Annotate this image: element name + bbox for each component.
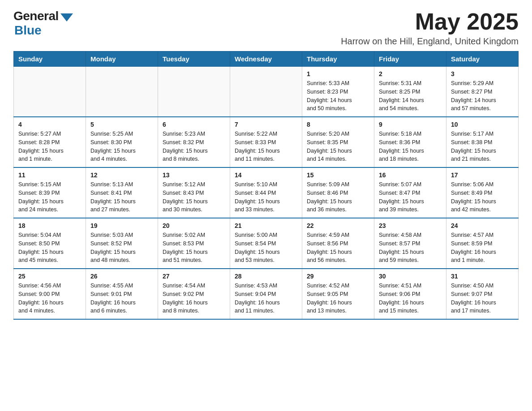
calendar-cell: 16Sunrise: 5:07 AMSunset: 8:47 PMDayligh… — [374, 167, 446, 218]
day-info: Sunrise: 5:25 AMSunset: 8:30 PMDaylight:… — [90, 130, 153, 163]
day-info: Sunrise: 5:31 AMSunset: 8:25 PMDaylight:… — [379, 79, 442, 113]
day-number: 31 — [451, 273, 514, 280]
calendar-cell: 12Sunrise: 5:13 AMSunset: 8:41 PMDayligh… — [86, 167, 158, 218]
calendar-cell: 21Sunrise: 5:00 AMSunset: 8:54 PMDayligh… — [230, 218, 302, 269]
calendar-cell — [86, 67, 158, 117]
day-number: 5 — [90, 121, 153, 128]
day-of-week-header: Friday — [374, 51, 446, 67]
day-number: 27 — [163, 273, 225, 280]
calendar-cell: 22Sunrise: 4:59 AMSunset: 8:56 PMDayligh… — [302, 218, 374, 269]
day-number: 12 — [90, 171, 153, 179]
day-info: Sunrise: 5:23 AMSunset: 8:32 PMDaylight:… — [163, 130, 225, 163]
day-number: 13 — [163, 171, 225, 179]
calendar-cell: 29Sunrise: 4:52 AMSunset: 9:05 PMDayligh… — [302, 269, 374, 319]
day-number: 25 — [18, 273, 81, 280]
calendar-week-row: 1Sunrise: 5:33 AMSunset: 8:23 PMDaylight… — [14, 67, 519, 117]
day-number: 22 — [307, 222, 369, 229]
day-info: Sunrise: 5:00 AMSunset: 8:54 PMDaylight:… — [235, 231, 297, 265]
day-number: 21 — [235, 222, 297, 229]
day-number: 26 — [90, 273, 153, 280]
logo: General Blue — [13, 9, 73, 38]
day-info: Sunrise: 4:52 AMSunset: 9:05 PMDaylight:… — [307, 282, 369, 315]
day-info: Sunrise: 5:17 AMSunset: 8:38 PMDaylight:… — [451, 130, 514, 163]
day-info: Sunrise: 4:56 AMSunset: 9:00 PMDaylight:… — [18, 282, 81, 315]
day-number: 9 — [379, 121, 442, 128]
calendar-week-row: 18Sunrise: 5:04 AMSunset: 8:50 PMDayligh… — [14, 218, 519, 269]
calendar-cell: 2Sunrise: 5:31 AMSunset: 8:25 PMDaylight… — [374, 67, 446, 117]
calendar-cell: 6Sunrise: 5:23 AMSunset: 8:32 PMDaylight… — [158, 117, 230, 167]
location-subtitle: Harrow on the Hill, England, United King… — [341, 36, 519, 47]
day-number: 17 — [451, 171, 514, 179]
day-number: 14 — [235, 171, 297, 179]
day-number: 28 — [235, 273, 297, 280]
calendar-week-row: 4Sunrise: 5:27 AMSunset: 8:28 PMDaylight… — [14, 117, 519, 167]
day-info: Sunrise: 5:20 AMSunset: 8:35 PMDaylight:… — [307, 130, 369, 163]
day-info: Sunrise: 5:29 AMSunset: 8:27 PMDaylight:… — [451, 79, 514, 113]
days-of-week-row: SundayMondayTuesdayWednesdayThursdayFrid… — [14, 51, 519, 67]
day-info: Sunrise: 5:15 AMSunset: 8:39 PMDaylight:… — [18, 180, 81, 214]
day-number: 11 — [18, 171, 81, 179]
day-number: 10 — [451, 121, 514, 128]
calendar-cell — [14, 67, 86, 117]
day-number: 7 — [235, 121, 297, 128]
day-of-week-header: Monday — [86, 51, 158, 67]
day-info: Sunrise: 5:06 AMSunset: 8:49 PMDaylight:… — [451, 180, 514, 214]
calendar-cell: 28Sunrise: 4:53 AMSunset: 9:04 PMDayligh… — [230, 269, 302, 319]
day-info: Sunrise: 4:55 AMSunset: 9:01 PMDaylight:… — [90, 282, 153, 315]
day-of-week-header: Tuesday — [158, 51, 230, 67]
day-number: 6 — [163, 121, 225, 128]
day-number: 29 — [307, 273, 369, 280]
day-info: Sunrise: 4:54 AMSunset: 9:02 PMDaylight:… — [163, 282, 225, 315]
day-info: Sunrise: 4:50 AMSunset: 9:07 PMDaylight:… — [451, 282, 514, 315]
calendar-cell: 4Sunrise: 5:27 AMSunset: 8:28 PMDaylight… — [14, 117, 86, 167]
calendar-cell: 8Sunrise: 5:20 AMSunset: 8:35 PMDaylight… — [302, 117, 374, 167]
calendar-cell — [230, 67, 302, 117]
day-info: Sunrise: 4:58 AMSunset: 8:57 PMDaylight:… — [379, 231, 442, 265]
day-number: 1 — [307, 70, 369, 77]
day-info: Sunrise: 5:22 AMSunset: 8:33 PMDaylight:… — [235, 130, 297, 163]
calendar-cell: 26Sunrise: 4:55 AMSunset: 9:01 PMDayligh… — [86, 269, 158, 319]
day-info: Sunrise: 4:51 AMSunset: 9:06 PMDaylight:… — [379, 282, 442, 315]
day-info: Sunrise: 4:57 AMSunset: 8:59 PMDaylight:… — [451, 231, 514, 265]
day-of-week-header: Sunday — [14, 51, 86, 67]
day-number: 8 — [307, 121, 369, 128]
calendar-cell: 23Sunrise: 4:58 AMSunset: 8:57 PMDayligh… — [374, 218, 446, 269]
calendar-body: 1Sunrise: 5:33 AMSunset: 8:23 PMDaylight… — [14, 67, 519, 320]
day-number: 30 — [379, 273, 442, 280]
day-info: Sunrise: 4:53 AMSunset: 9:04 PMDaylight:… — [235, 282, 297, 315]
calendar-cell: 10Sunrise: 5:17 AMSunset: 8:38 PMDayligh… — [446, 117, 519, 167]
day-number: 24 — [451, 222, 514, 229]
calendar-cell: 13Sunrise: 5:12 AMSunset: 8:43 PMDayligh… — [158, 167, 230, 218]
day-number: 4 — [18, 121, 81, 128]
calendar-table: SundayMondayTuesdayWednesdayThursdayFrid… — [13, 51, 519, 320]
month-title: May 2025 — [341, 9, 519, 34]
day-number: 19 — [90, 222, 153, 229]
day-info: Sunrise: 5:18 AMSunset: 8:36 PMDaylight:… — [379, 130, 442, 163]
day-info: Sunrise: 5:02 AMSunset: 8:53 PMDaylight:… — [163, 231, 225, 265]
day-number: 18 — [18, 222, 81, 229]
calendar-cell: 9Sunrise: 5:18 AMSunset: 8:36 PMDaylight… — [374, 117, 446, 167]
calendar-cell: 19Sunrise: 5:03 AMSunset: 8:52 PMDayligh… — [86, 218, 158, 269]
day-info: Sunrise: 5:10 AMSunset: 8:44 PMDaylight:… — [235, 180, 297, 214]
calendar-cell: 15Sunrise: 5:09 AMSunset: 8:46 PMDayligh… — [302, 167, 374, 218]
calendar-cell: 7Sunrise: 5:22 AMSunset: 8:33 PMDaylight… — [230, 117, 302, 167]
calendar-cell: 30Sunrise: 4:51 AMSunset: 9:06 PMDayligh… — [374, 269, 446, 319]
logo-arrow-icon — [60, 13, 73, 21]
calendar-cell: 24Sunrise: 4:57 AMSunset: 8:59 PMDayligh… — [446, 218, 519, 269]
calendar-cell: 5Sunrise: 5:25 AMSunset: 8:30 PMDaylight… — [86, 117, 158, 167]
day-number: 20 — [163, 222, 225, 229]
day-info: Sunrise: 5:07 AMSunset: 8:47 PMDaylight:… — [379, 180, 442, 214]
calendar-cell: 3Sunrise: 5:29 AMSunset: 8:27 PMDaylight… — [446, 67, 519, 117]
day-info: Sunrise: 5:03 AMSunset: 8:52 PMDaylight:… — [90, 231, 153, 265]
calendar-week-row: 25Sunrise: 4:56 AMSunset: 9:00 PMDayligh… — [14, 269, 519, 319]
calendar-cell: 11Sunrise: 5:15 AMSunset: 8:39 PMDayligh… — [14, 167, 86, 218]
calendar-cell: 14Sunrise: 5:10 AMSunset: 8:44 PMDayligh… — [230, 167, 302, 218]
calendar-cell: 20Sunrise: 5:02 AMSunset: 8:53 PMDayligh… — [158, 218, 230, 269]
day-number: 3 — [451, 70, 514, 77]
day-number: 15 — [307, 171, 369, 179]
calendar-cell: 25Sunrise: 4:56 AMSunset: 9:00 PMDayligh… — [14, 269, 86, 319]
calendar-cell: 31Sunrise: 4:50 AMSunset: 9:07 PMDayligh… — [446, 269, 519, 319]
calendar-cell: 18Sunrise: 5:04 AMSunset: 8:50 PMDayligh… — [14, 218, 86, 269]
day-info: Sunrise: 5:27 AMSunset: 8:28 PMDaylight:… — [18, 130, 81, 163]
title-block: May 2025 Harrow on the Hill, England, Un… — [341, 9, 519, 47]
